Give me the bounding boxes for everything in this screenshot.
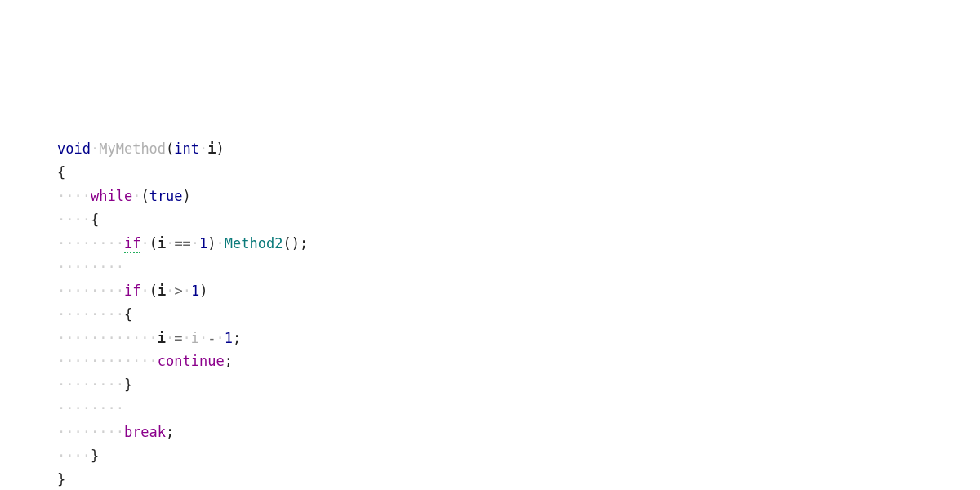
paren-open: ( (149, 283, 158, 299)
whitespace-dot: · (199, 140, 207, 157)
variable-i-rhs-grey: i (191, 330, 199, 346)
operator-equals: == (174, 235, 190, 252)
variable-i: i (158, 235, 166, 252)
indent-8: ········ (57, 424, 124, 440)
semicolon: ; (300, 235, 308, 252)
keyword-int: int (174, 140, 199, 157)
whitespace-dot: · (132, 188, 140, 204)
paren-open: ( (140, 188, 149, 204)
keyword-continue: continue (158, 353, 225, 369)
whitespace-dot: · (216, 330, 225, 346)
literal-true: true (149, 188, 183, 204)
operator-minus: - (207, 330, 216, 346)
keyword-if: if (124, 283, 140, 299)
indent-12: ············ (57, 330, 158, 346)
whitespace-dot: · (140, 235, 149, 252)
keyword-void: void (57, 140, 91, 157)
operator-greater: > (174, 283, 182, 299)
literal-1: 1 (225, 330, 233, 346)
whitespace-dot: · (199, 330, 207, 346)
variable-i-lhs: i (158, 330, 166, 346)
whitespace-dot: · (166, 330, 174, 346)
brace-open: { (91, 212, 99, 228)
paren-close: ) (292, 235, 300, 252)
paren-close: ) (183, 188, 191, 204)
parameter-i: i (207, 140, 216, 157)
paren-close: ) (207, 235, 216, 252)
indent-8: ········ (57, 400, 124, 416)
paren-open: ( (283, 235, 292, 252)
variable-i: i (158, 283, 166, 299)
indent-8: ········ (57, 283, 124, 299)
code-block[interactable]: void·MyMethod(int·i) { ····while·(true) … (57, 137, 923, 490)
keyword-if-hint[interactable]: if (124, 235, 140, 253)
method-call-method2: Method2 (225, 235, 283, 252)
indent-4: ···· (57, 188, 91, 204)
paren-open: ( (166, 140, 174, 157)
whitespace-dot: · (91, 140, 99, 157)
indent-8: ········ (57, 306, 124, 323)
brace-close: } (124, 376, 132, 393)
whitespace-dot: · (183, 330, 191, 346)
whitespace-dot: · (166, 283, 174, 299)
semicolon: ; (233, 330, 241, 346)
paren-open: ( (149, 235, 158, 252)
keyword-while: while (91, 188, 132, 204)
whitespace-dot: · (216, 235, 225, 252)
paren-close: ) (199, 283, 207, 299)
code-editor-viewport[interactable]: void·MyMethod(int·i) { ····while·(true) … (57, 114, 923, 490)
operator-assign: = (174, 330, 182, 346)
indent-12: ············ (57, 353, 158, 369)
indent-8: ········ (57, 376, 124, 393)
indent-4: ···· (57, 212, 91, 228)
indent-8: ········ (57, 259, 124, 275)
whitespace-dot: · (191, 235, 199, 252)
indent-4: ···· (57, 448, 91, 464)
brace-open: { (57, 164, 65, 180)
whitespace-dot: · (183, 283, 191, 299)
brace-close: } (91, 448, 99, 464)
whitespace-dot: · (140, 283, 149, 299)
method-name-mymethod: MyMethod (99, 140, 166, 157)
semicolon: ; (225, 353, 233, 369)
paren-close: ) (216, 140, 225, 157)
brace-close: } (57, 471, 65, 488)
literal-1: 1 (199, 235, 207, 252)
literal-1: 1 (191, 283, 199, 299)
semicolon: ; (166, 424, 174, 440)
keyword-break: break (124, 424, 166, 440)
whitespace-dot: · (166, 235, 174, 252)
indent-8: ········ (57, 235, 124, 252)
brace-open: { (124, 306, 132, 323)
